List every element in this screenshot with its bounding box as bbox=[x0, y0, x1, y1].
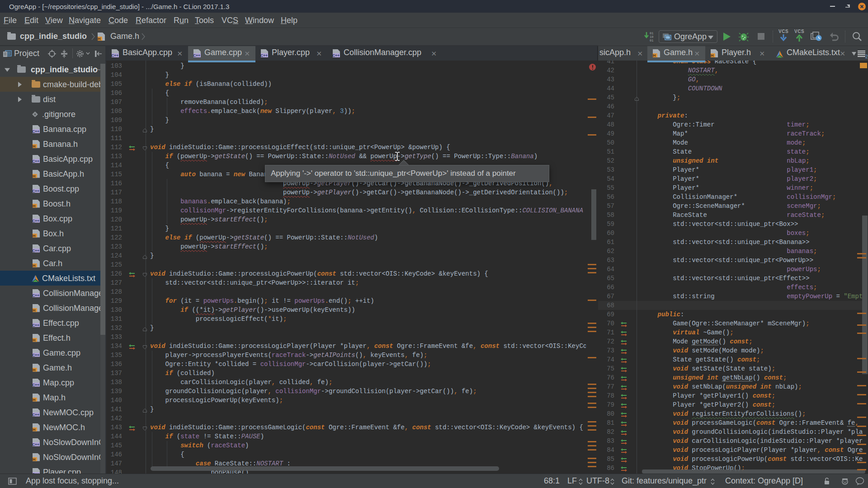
svg-text:01: 01 bbox=[650, 39, 653, 42]
svg-text:10: 10 bbox=[650, 35, 653, 39]
svg-text:01: 01 bbox=[650, 32, 653, 35]
